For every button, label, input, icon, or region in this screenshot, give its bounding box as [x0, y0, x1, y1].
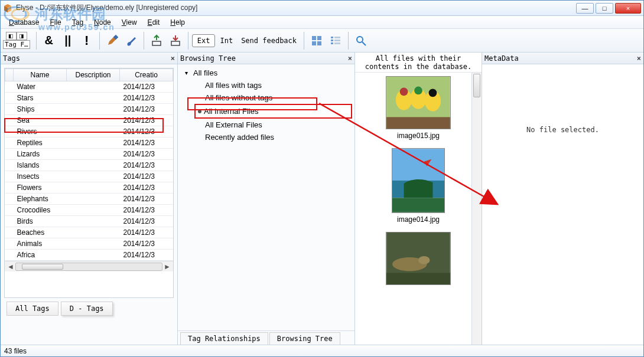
tree-item[interactable]: All files with tags — [194, 79, 352, 91]
table-row[interactable]: Ships2014/12/3 — [5, 104, 173, 115]
tree-item[interactable]: All External Files — [194, 119, 352, 131]
col-description[interactable]: Description — [67, 69, 120, 81]
ext-button[interactable]: Ext — [192, 34, 216, 47]
svg-rect-10 — [334, 40, 340, 41]
table-row[interactable]: Flowers2014/12/3 — [5, 182, 173, 194]
menu-view[interactable]: View — [117, 17, 142, 28]
app-icon — [3, 4, 12, 13]
tree-item[interactable]: All files without tags — [194, 91, 352, 104]
tags-panel-close[interactable]: × — [171, 54, 175, 63]
table-row[interactable]: Reptiles2014/12/3 — [5, 137, 173, 149]
svg-rect-25 — [392, 198, 444, 212]
meta-panel-close[interactable]: × — [637, 54, 641, 63]
svg-rect-23 — [392, 149, 444, 181]
col-name[interactable]: Name — [14, 69, 67, 81]
table-row[interactable]: Crocodiles2014/12/3 — [5, 205, 173, 216]
svg-rect-29 — [386, 273, 450, 284]
meta-panel-title: MetaData — [484, 54, 519, 63]
tab-all-tags[interactable]: All Tags — [6, 302, 58, 316]
tree-panel-close[interactable]: × — [348, 54, 352, 63]
tags-panel: Tags × Name Description Creatio Water201… — [1, 53, 178, 345]
window-title: Elyse - D:/河东软件园/Elyse/demo.ely [Unregis… — [16, 3, 576, 13]
meta-empty-text: No file selected. — [526, 126, 599, 134]
menu-file[interactable]: File — [45, 17, 66, 28]
collapse-arrow-icon[interactable]: ▾ — [185, 70, 191, 76]
table-row[interactable]: Beaches2014/12/3 — [5, 227, 173, 238]
svg-rect-4 — [317, 36, 321, 40]
thumb-label: image014.jpg — [397, 215, 440, 224]
svg-rect-9 — [331, 40, 333, 41]
tree-item[interactable]: Recently added files — [194, 131, 352, 143]
toolbar: ◧ ◨ Tag F… & || ! Ext Int Send feedback — [1, 29, 643, 53]
thumb-label: image015.jpg — [397, 132, 440, 140]
thumb-image014[interactable] — [392, 148, 445, 213]
svg-rect-1 — [152, 41, 161, 45]
table-row[interactable]: Africa2014/12/3 — [5, 250, 173, 261]
col-creation[interactable]: Creatio — [120, 69, 173, 81]
table-row[interactable]: Sea2014/12/3 — [5, 115, 173, 126]
thumb-item[interactable] — [386, 232, 451, 287]
table-row[interactable]: Water2014/12/3 — [5, 81, 173, 93]
svg-point-19 — [400, 88, 408, 96]
table-row[interactable]: Elephants2014/12/3 — [5, 194, 173, 205]
table-row[interactable]: Lizards2014/12/3 — [5, 149, 173, 160]
table-row[interactable]: Stars2014/12/3 — [5, 93, 173, 104]
tree-root[interactable]: ▾ All files — [183, 67, 352, 79]
scroll-thumb[interactable] — [22, 264, 63, 270]
scroll-right-arrow[interactable]: ► — [162, 263, 172, 271]
tab-d-tags[interactable]: D - Tags — [61, 302, 113, 316]
minimize-button[interactable]: — — [576, 3, 594, 14]
export-icon[interactable] — [167, 31, 184, 50]
or-operator-button[interactable]: || — [59, 31, 77, 50]
thumb-item[interactable]: image015.jpg — [386, 76, 451, 140]
menu-database[interactable]: Database — [4, 17, 44, 28]
import-icon[interactable] — [148, 31, 165, 50]
and-operator-button[interactable]: & — [40, 31, 58, 50]
thumb-image-lizard[interactable] — [386, 232, 451, 285]
menu-tag[interactable]: Tag — [67, 17, 88, 28]
filter-cell-a[interactable]: ◧ — [6, 32, 17, 40]
maximize-button[interactable]: □ — [596, 3, 613, 14]
svg-point-13 — [357, 37, 363, 42]
titlebar: Elyse - D:/河东软件园/Elyse/demo.ely [Unregis… — [1, 1, 643, 16]
table-row[interactable]: Insects2014/12/3 — [5, 171, 173, 182]
send-feedback-button[interactable]: Send feedback — [238, 35, 300, 46]
svg-rect-3 — [312, 36, 316, 40]
svg-rect-6 — [317, 41, 321, 45]
menu-node[interactable]: Node — [89, 17, 116, 28]
svg-line-14 — [362, 42, 366, 45]
table-row[interactable]: Rivers2014/12/3 — [5, 126, 173, 137]
close-button[interactable]: × — [615, 3, 641, 14]
view-list-icon[interactable] — [327, 31, 344, 50]
tags-hscrollbar[interactable]: ◄ ► — [5, 261, 173, 271]
tab-tag-relationships[interactable]: Tag Relationships — [180, 332, 268, 345]
view-thumb-icon[interactable] — [308, 31, 326, 50]
search-icon[interactable] — [352, 31, 370, 50]
svg-rect-8 — [334, 37, 340, 38]
brush-icon[interactable] — [122, 31, 140, 50]
int-button[interactable]: Int — [216, 35, 236, 46]
svg-rect-11 — [331, 42, 333, 44]
filter-cell-b[interactable]: ◨ — [17, 32, 27, 40]
tags-table[interactable]: Name Description Creatio Water2014/12/3S… — [5, 68, 173, 261]
table-row[interactable]: Birds2014/12/3 — [5, 216, 173, 227]
menu-help[interactable]: Help — [165, 17, 190, 28]
menubar: Database File Tag Node View Edit Help — [1, 16, 643, 29]
browsing-tree-panel: Browsing Tree × ▾ All files All files wi… — [178, 53, 355, 345]
thumb-item[interactable]: image014.jpg — [392, 148, 445, 224]
tab-browsing-tree[interactable]: Browsing Tree — [269, 332, 340, 345]
table-row[interactable]: Animals2014/12/3 — [5, 238, 173, 250]
tag-filter-group[interactable]: ◧ ◨ Tag F… — [3, 32, 30, 49]
tag-filter-label: Tag F… — [3, 40, 30, 49]
table-row[interactable]: Islands2014/12/3 — [5, 160, 173, 171]
pencil-icon[interactable] — [103, 31, 121, 50]
metadata-panel: MetaData × No file selected. — [482, 53, 643, 345]
not-operator-button[interactable]: ! — [78, 31, 96, 50]
tags-panel-title: Tags — [3, 54, 20, 63]
svg-rect-12 — [334, 42, 340, 44]
thumb-vscrollbar[interactable] — [471, 73, 482, 345]
scroll-left-arrow[interactable]: ◄ — [6, 263, 15, 271]
thumb-image015[interactable] — [386, 76, 451, 129]
menu-edit[interactable]: Edit — [143, 17, 165, 28]
tree-item[interactable]: All Internal Files — [194, 104, 352, 119]
